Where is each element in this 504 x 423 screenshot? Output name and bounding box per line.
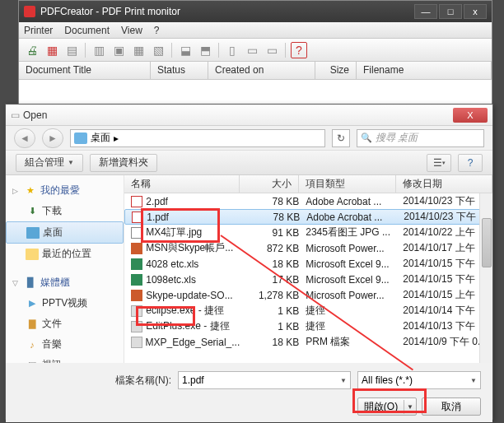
sidebar-item-downloads[interactable]: ⬇ 下載: [6, 201, 124, 221]
tool-icon[interactable]: ⬒: [197, 42, 213, 58]
tool-icon[interactable]: ▯: [224, 42, 240, 58]
col-created[interactable]: Created on: [208, 62, 315, 79]
app-icon: [24, 6, 35, 17]
desktop-icon: [26, 227, 40, 239]
tool-icon[interactable]: ▧: [150, 42, 166, 58]
tool-icon[interactable]: ▦: [130, 42, 147, 58]
newfolder-button[interactable]: 新增資料夾: [90, 154, 157, 172]
search-placeholder: 搜尋 桌面: [376, 131, 418, 145]
file-row[interactable]: 2.pdf78 KBAdobe Acrobat ...2014/10/23 下午: [124, 193, 492, 209]
col-filename[interactable]: Filename: [357, 62, 492, 79]
file-row[interactable]: MXP_Edge_Serial_...18 KBPRM 檔案2014/10/9 …: [124, 334, 492, 350]
file-icon: [131, 227, 142, 239]
col-type[interactable]: 項目類型: [299, 175, 396, 193]
file-pane: 名稱 大小 項目類型 修改日期 2.pdf78 KBAdobe Acrobat …: [124, 175, 492, 363]
menu-help[interactable]: ?: [154, 25, 160, 36]
col-size[interactable]: 大小: [240, 175, 299, 193]
organize-button[interactable]: 組合管理▼: [16, 154, 83, 172]
tool-icon[interactable]: ▣: [110, 42, 127, 58]
chevron-down-icon[interactable]: ▼: [340, 377, 347, 384]
search-input[interactable]: 🔍 搜尋 桌面: [357, 129, 484, 147]
file-row[interactable]: 1098etc.xls17 KBMicrosoft Excel 9...2014…: [124, 272, 492, 287]
menu-view[interactable]: View: [121, 25, 142, 36]
col-doctitle[interactable]: Document Title: [19, 62, 151, 79]
file-row[interactable]: Skype-update-SO...1,278 KBMicrosoft Powe…: [124, 287, 492, 303]
file-icon: [131, 337, 142, 348]
tool-icon[interactable]: ⬓: [177, 42, 194, 58]
file-row[interactable]: eclipse.exe - 捷徑1 KB捷徑2014/10/14 下午: [124, 303, 492, 318]
tool-icon[interactable]: ▭: [244, 42, 260, 58]
menubar: Printer Document View ?: [19, 22, 492, 39]
refresh-button[interactable]: ↻: [332, 129, 350, 147]
pdfcreator-toolbar: 🖨 ▦ ▤ ▥ ▣ ▦ ▧ ⬓ ⬒ ▯ ▭ ▭ ?: [19, 39, 492, 62]
open-button[interactable]: 開啟(O) ▼: [357, 397, 417, 416]
search-icon: 🔍: [361, 132, 372, 143]
minimize-button[interactable]: —: [414, 4, 437, 19]
doc-icon[interactable]: ▦: [44, 42, 60, 58]
document-icon: ▇: [26, 318, 39, 330]
col-status[interactable]: Status: [151, 62, 208, 79]
folder-icon: ▭: [11, 109, 20, 121]
sidebar-item-desktop[interactable]: 桌面: [6, 221, 124, 244]
sidebar-item-recent[interactable]: 最近的位置: [6, 244, 124, 264]
sidebar-item-documents[interactable]: ▇ 文件: [6, 314, 124, 334]
open-title: Open: [23, 109, 47, 121]
desktop-icon: [74, 132, 87, 144]
navbar: ◄ ► 桌面 ▸ ↻ 🔍 搜尋 桌面: [6, 126, 492, 151]
open-titlebar[interactable]: ▭ Open X: [6, 105, 492, 126]
file-row[interactable]: 1.pdf78 KBAdobe Acrobat ...2014/10/23 下午: [124, 209, 492, 225]
menu-printer[interactable]: Printer: [24, 25, 53, 36]
folder-icon: [26, 249, 39, 260]
file-icon: [131, 321, 142, 332]
col-date[interactable]: 修改日期: [396, 175, 492, 193]
sidebar-item-videos[interactable]: ▣ 視訊: [6, 355, 124, 363]
help-icon[interactable]: ?: [291, 42, 307, 58]
open-dialog: ▭ Open X ◄ ► 桌面 ▸ ↻ 🔍 搜尋 桌面 組合管理▼ 新增資料夾 …: [5, 104, 493, 420]
scroll-thumb[interactable]: [482, 218, 492, 267]
filetype-select[interactable]: All files (*.*) ▼: [357, 371, 481, 389]
chevron-down-icon[interactable]: ▼: [470, 377, 477, 384]
pdfcreator-titlebar[interactable]: PDFCreator - PDF Print monitor — □ x: [19, 1, 492, 22]
crumb-arrow-icon[interactable]: ▸: [114, 132, 119, 144]
back-button[interactable]: ◄: [14, 128, 35, 148]
menu-document[interactable]: Document: [64, 25, 110, 36]
dialog-close-button[interactable]: X: [453, 108, 488, 123]
printer-icon[interactable]: 🖨: [24, 42, 40, 58]
maximize-button[interactable]: □: [439, 4, 462, 19]
dialog-footer: 檔案名稱(N): 1.pdf ▼ All files (*.*) ▼ 開啟(O)…: [6, 363, 492, 422]
breadcrumb[interactable]: 桌面 ▸: [70, 129, 325, 147]
file-icon: [131, 258, 142, 270]
col-size[interactable]: Size: [315, 62, 357, 79]
file-row[interactable]: MX4訂單.jpg91 KB2345看图王 JPG ...2014/10/22 …: [124, 225, 492, 240]
filename-label: 檔案名稱(N):: [115, 374, 171, 388]
sidebar-libraries[interactable]: ▽▉ 媒體櫃: [6, 272, 124, 293]
crumb-desktop[interactable]: 桌面: [91, 131, 110, 145]
view-button[interactable]: ☰▾: [427, 154, 451, 172]
close-button[interactable]: x: [464, 4, 487, 19]
file-row[interactable]: EditPlus.exe - 捷徑1 KB捷徑2014/10/13 下午: [124, 318, 492, 334]
file-icon: [131, 305, 142, 317]
file-row[interactable]: MSN與Skype帳戶...872 KBMicrosoft Power...20…: [124, 240, 492, 256]
col-name[interactable]: 名稱: [124, 175, 240, 193]
help-button[interactable]: ?: [458, 154, 483, 172]
cancel-button[interactable]: 取消: [422, 397, 481, 416]
download-icon: ⬇: [26, 206, 39, 217]
chevron-down-icon[interactable]: ▼: [404, 403, 416, 411]
tool-icon[interactable]: ▭: [264, 42, 280, 58]
file-icon: [131, 196, 142, 207]
sidebar-favorites[interactable]: ▷★ 我的最愛: [6, 180, 124, 201]
file-header: 名稱 大小 項目類型 修改日期: [124, 175, 492, 193]
file-row[interactable]: 4028 etc.xls18 KBMicrosoft Excel 9...201…: [124, 256, 492, 272]
file-icon: [131, 243, 142, 254]
scrollbar[interactable]: [479, 193, 492, 363]
forward-button[interactable]: ►: [42, 128, 63, 148]
sidebar-item-music[interactable]: ♪ 音樂: [6, 334, 124, 355]
library-icon: ▉: [24, 277, 37, 289]
file-icon: [131, 290, 142, 301]
sidebar-item-pptv[interactable]: ▶ PPTV视频: [6, 293, 124, 314]
file-icon: [131, 274, 142, 286]
tool-icon[interactable]: ▥: [91, 42, 107, 58]
page-icon[interactable]: ▤: [63, 42, 80, 58]
pdfcreator-title: PDFCreator - PDF Print monitor: [40, 6, 180, 17]
filename-input[interactable]: 1.pdf ▼: [178, 371, 351, 389]
